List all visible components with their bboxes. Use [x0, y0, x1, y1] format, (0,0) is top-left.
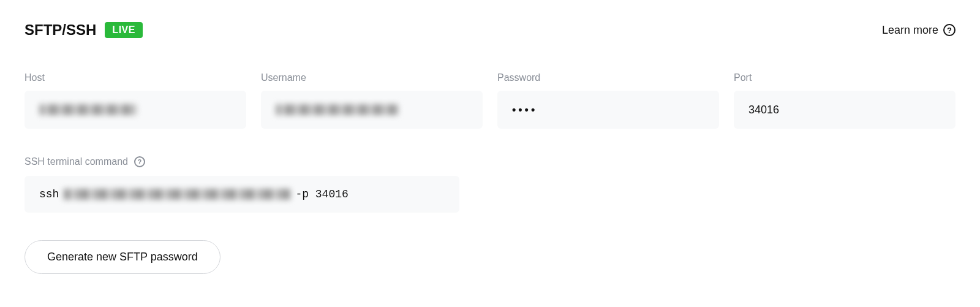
- username-value-box[interactable]: [261, 91, 483, 129]
- host-value-redacted: [39, 104, 137, 115]
- host-value-box[interactable]: [24, 91, 246, 129]
- host-field: Host: [24, 72, 246, 129]
- port-label: Port: [734, 72, 956, 83]
- credentials-row: Host Username Password •••• Port 34016: [24, 72, 956, 129]
- username-label: Username: [261, 72, 483, 83]
- ssh-section: SSH terminal command ? ssh -p 34016: [24, 156, 956, 213]
- ssh-command-box[interactable]: ssh -p 34016: [24, 176, 459, 213]
- help-icon[interactable]: ?: [134, 156, 145, 167]
- password-value: ••••: [512, 104, 537, 116]
- learn-more-link[interactable]: Learn more ?: [882, 24, 956, 37]
- live-badge: LIVE: [105, 22, 143, 38]
- ssh-label-row: SSH terminal command ?: [24, 156, 956, 167]
- ssh-command-label: SSH terminal command: [24, 156, 128, 167]
- ssh-suffix: -p 34016: [295, 188, 348, 200]
- ssh-host-redacted: [64, 189, 290, 200]
- password-field: Password ••••: [497, 72, 719, 129]
- password-value-box[interactable]: ••••: [497, 91, 719, 129]
- generate-password-button[interactable]: Generate new SFTP password: [24, 240, 221, 274]
- port-value-box[interactable]: 34016: [734, 91, 956, 129]
- password-label: Password: [497, 72, 719, 83]
- username-value-redacted: [276, 104, 398, 115]
- learn-more-label: Learn more: [882, 24, 938, 37]
- help-icon: ?: [943, 24, 956, 36]
- port-field: Port 34016: [734, 72, 956, 129]
- ssh-prefix: ssh: [39, 188, 59, 200]
- page-title: SFTP/SSH: [24, 21, 96, 39]
- host-label: Host: [24, 72, 246, 83]
- title-group: SFTP/SSH LIVE: [24, 21, 143, 39]
- port-value: 34016: [748, 104, 779, 116]
- header-row: SFTP/SSH LIVE Learn more ?: [24, 21, 956, 39]
- username-field: Username: [261, 72, 483, 129]
